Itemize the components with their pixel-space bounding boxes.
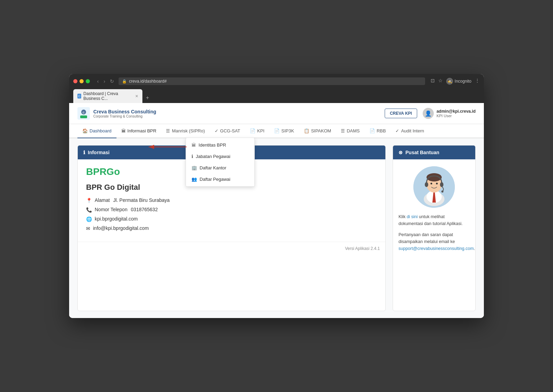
- nav-label-manrisk: Manrisk (SIPRo): [172, 128, 205, 133]
- home-icon: 🏠: [82, 128, 88, 133]
- dropdown-item-daftar-pegawai[interactable]: 👥 Daftar Pegawai: [186, 174, 254, 185]
- svg-rect-2: [80, 115, 87, 118]
- nav-label-gcg-sat: GCG-SAT: [220, 128, 240, 133]
- tab-title: Dashboard | Creva Business C...: [83, 91, 132, 101]
- dropdown-label-daftar-kantor: Daftar Kantor: [200, 165, 226, 170]
- close-button[interactable]: [73, 79, 77, 83]
- bookmark-icon[interactable]: ☆: [438, 78, 443, 85]
- nav-item-sipakom[interactable]: 📋 SIPAKOM: [299, 124, 336, 138]
- browser-chrome: ‹ › ↻ 🔒 creva.id/dashboard# ⊡ ☆ 🕵 Incogn…: [69, 74, 484, 103]
- nav-label-sipakom: SIPAKOM: [311, 128, 331, 133]
- check-icon: ✓: [215, 128, 218, 133]
- office-icon: 🏢: [191, 165, 197, 170]
- nav-item-informasi-bpr[interactable]: 🏛 Informasi BPR 🏛 Identitas BPR ℹ Jabata…: [116, 124, 161, 138]
- svg-point-15: [425, 182, 428, 187]
- card-footer: Versi Aplikasi 2.4.1: [78, 242, 385, 255]
- avatar: 👤: [423, 108, 434, 119]
- browser-window: ‹ › ↻ 🔒 creva.id/dashboard# ⊡ ☆ 🕵 Incogn…: [69, 74, 484, 318]
- user-email: admin@kpi.creva.id: [437, 109, 476, 114]
- creva-kpi-button[interactable]: CREVA KPI: [385, 109, 417, 118]
- refresh-button[interactable]: ↻: [108, 78, 116, 85]
- info-email: ✉ info@kpi.bprgodigital.com: [86, 225, 377, 231]
- address-label: Alamat: [95, 197, 110, 203]
- bank-icon: 🏛: [121, 128, 126, 133]
- tabs-bar: C Dashboard | Creva Business C... ✕ +: [73, 88, 480, 103]
- app-nav: 🏠 Dashboard 🏛 Informasi BPR 🏛 Identitas …: [69, 124, 484, 138]
- forward-button[interactable]: ›: [102, 78, 107, 85]
- email-icon: ✉: [86, 226, 90, 231]
- dropdown-menu: 🏛 Identitas BPR ℹ Jabatan Pegawai 🏢 Daft…: [186, 138, 255, 187]
- help-link[interactable]: di sini: [407, 214, 418, 219]
- list-icon-2: ☰: [341, 128, 345, 133]
- maximize-button[interactable]: [86, 79, 90, 83]
- back-button[interactable]: ‹: [95, 78, 101, 85]
- minimize-button[interactable]: [79, 79, 84, 83]
- dropdown-item-daftar-kantor[interactable]: 🏢 Daftar Kantor: [186, 162, 254, 174]
- new-tab-button[interactable]: +: [142, 93, 152, 103]
- user-role: KPI User: [437, 114, 476, 118]
- nav-item-gcg-sat[interactable]: ✓ GCG-SAT: [210, 124, 245, 138]
- help-card-header: ⊗ Pusat Bantuan: [393, 146, 475, 159]
- menu-icon[interactable]: ⋮: [475, 78, 480, 85]
- nav-item-manrisk[interactable]: ☰ Manrisk (SIPRo): [161, 124, 209, 138]
- info-website: 🌐 kpi.bprgodigital.com: [86, 216, 377, 222]
- app-header: C Creva Business Consulting Corporate Tr…: [69, 103, 484, 124]
- tab-close-icon[interactable]: ✕: [135, 94, 138, 99]
- nav-buttons: ‹ › ↻: [95, 78, 116, 85]
- user-info: 👤 admin@kpi.creva.id KPI User: [423, 108, 476, 119]
- dropdown-label-identitas-bpr: Identitas BPR: [199, 142, 226, 148]
- nav-item-rbb[interactable]: 📄 RBB: [365, 124, 391, 138]
- location-icon: 📍: [86, 198, 92, 203]
- logo-area: C Creva Business Consulting Corporate Tr…: [77, 107, 156, 120]
- help-icon: ⊗: [399, 150, 403, 155]
- support-person-svg: [413, 166, 455, 208]
- url-text: creva.id/dashboard#: [129, 79, 167, 84]
- logo-text: Creva Business Consulting Corporate Trai…: [93, 109, 156, 118]
- nav-item-dams[interactable]: ☰ DAMS: [336, 124, 365, 138]
- dropdown-label-jabatan-pegawai: Jabatan Pegawai: [196, 154, 231, 159]
- nav-item-kpi[interactable]: 📄 KPI: [245, 124, 269, 138]
- help-card-title: Pusat Bantuan: [405, 150, 439, 155]
- main-content: ℹ Informasi BPRGo BPR Go Digital 📍 Alama…: [69, 138, 484, 318]
- svg-text:C: C: [83, 111, 85, 114]
- address-value: Jl. Permata Biru Surabaya: [113, 197, 169, 203]
- dropdown-item-jabatan-pegawai[interactable]: ℹ Jabatan Pegawai: [186, 151, 254, 162]
- address-bar[interactable]: 🔒 creva.id/dashboard#: [119, 77, 425, 85]
- nav-label-audit-intern: Audit Intern: [401, 128, 424, 133]
- phone-value: 0318765632: [131, 207, 158, 212]
- email-value: info@kpi.bprgodigital.com: [93, 225, 149, 231]
- browser-controls: ‹ › ↻ 🔒 creva.id/dashboard# ⊡ ☆ 🕵 Incogn…: [73, 77, 480, 85]
- nav-item-dashboard[interactable]: 🏠 Dashboard: [77, 124, 116, 138]
- company-tagline: Corporate Training & Consulting: [93, 114, 156, 118]
- user-details: admin@kpi.creva.id KPI User: [437, 109, 476, 118]
- website-value: kpi.bprgodigital.com: [95, 216, 138, 222]
- incognito-badge: 🕵 Incognito: [446, 78, 471, 85]
- cast-icon[interactable]: ⊡: [431, 78, 435, 85]
- nav-item-audit-intern[interactable]: ✓ Audit Intern: [391, 124, 429, 138]
- traffic-lights: [73, 79, 90, 83]
- info-icon-header: ℹ: [83, 150, 85, 155]
- svg-point-17: [441, 190, 443, 193]
- browser-actions: ⊡ ☆ 🕵 Incognito ⋮: [431, 78, 480, 85]
- nav-label-dams: DAMS: [347, 128, 360, 133]
- nav-label-dashboard: Dashboard: [90, 128, 112, 133]
- support-email-link[interactable]: support@crevabusinessconsulting.com: [399, 246, 474, 251]
- company-name: Creva Business Consulting: [93, 109, 156, 114]
- info-phone: 📞 Nomor Telepon 0318765632: [86, 207, 377, 213]
- nav-item-sip3k[interactable]: 📄 SIP3K: [269, 124, 299, 138]
- active-tab[interactable]: C Dashboard | Creva Business C... ✕: [73, 89, 142, 103]
- dropdown-item-identitas-bpr[interactable]: 🏛 Identitas BPR: [186, 139, 254, 151]
- lock-icon: 🔒: [122, 79, 127, 84]
- doc-icon: 📄: [250, 128, 255, 133]
- nav-label-kpi: KPI: [257, 128, 264, 133]
- logo-icon: C: [77, 107, 90, 120]
- support-avatar: [413, 166, 455, 208]
- nav-label-rbb: RBB: [377, 128, 386, 133]
- incognito-label: Incognito: [454, 79, 471, 84]
- bank-icon-sm: 🏛: [191, 142, 196, 148]
- tab-favicon: C: [77, 94, 81, 99]
- nav-label-informasi-bpr: Informasi BPR: [128, 128, 157, 133]
- app-content: C Creva Business Consulting Corporate Tr…: [69, 103, 484, 318]
- phone-label: Nomor Telepon: [95, 207, 128, 212]
- help-card-body: Klik di sini untuk melihat dokumentasi d…: [393, 159, 475, 263]
